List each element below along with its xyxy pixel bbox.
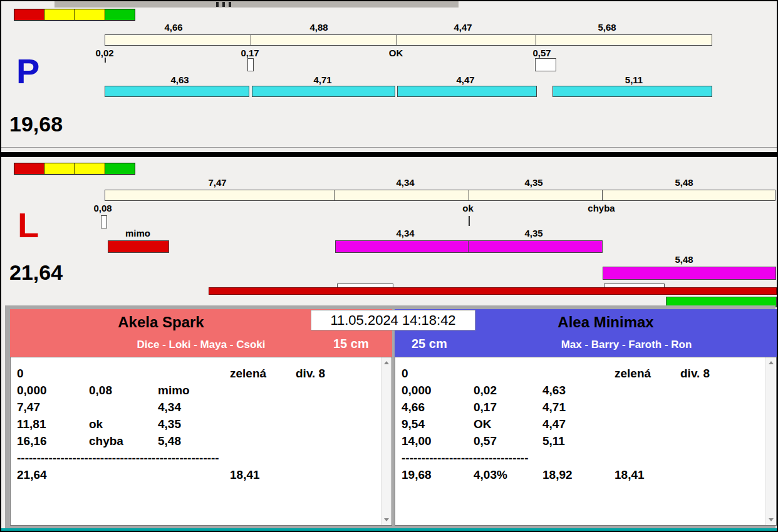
cell: 9,54 <box>402 416 474 432</box>
cell: 0,17 <box>474 399 542 416</box>
cell: 0 <box>402 365 474 382</box>
marker-box <box>247 58 254 71</box>
cell: 4,66 <box>402 399 474 416</box>
app-window: 4,66 4,88 4,47 5,68 0,02 0,17 OK 0,57 4,… <box>0 0 778 532</box>
cell <box>296 416 392 432</box>
status-indicator-l <box>14 163 135 175</box>
table-row: 0,0000,08mimo <box>11 382 392 399</box>
scroll-down-button[interactable] <box>381 514 392 525</box>
cell <box>89 466 158 483</box>
scroll-up-icon <box>769 361 774 364</box>
table-row: 9,54OK4,47 <box>395 416 776 432</box>
segment-value: 7,47 <box>189 177 246 188</box>
cell: 0,000 <box>17 382 89 399</box>
cell: 0,02 <box>474 382 542 399</box>
table-separator: -------------------------------- <box>395 449 776 466</box>
cell <box>230 432 296 449</box>
table-row: 0zelenádiv. 8 <box>11 365 392 382</box>
cell: 4,47 <box>542 416 615 432</box>
cell: 19,68 <box>402 466 474 483</box>
cell <box>296 466 392 483</box>
marker-tick <box>105 58 106 63</box>
table-row: 11,81ok4,35 <box>11 416 392 432</box>
cell: 0 <box>17 365 89 382</box>
cell <box>680 432 776 449</box>
edge-mark <box>216 2 219 7</box>
scroll-up-button[interactable] <box>766 357 776 368</box>
marker-label: chyba <box>573 203 630 213</box>
segment-value: 4,47 <box>435 22 491 33</box>
marker-label: 0,57 <box>514 48 570 58</box>
cell <box>474 365 542 382</box>
cell: 11,81 <box>17 416 89 432</box>
total-time-p: 19,68 <box>9 113 63 135</box>
fault-bar-l <box>108 240 169 253</box>
measured-bar-p <box>397 86 537 97</box>
cell <box>680 399 776 416</box>
bar-divider <box>397 35 397 45</box>
cell <box>680 382 776 399</box>
cell: div. 8 <box>680 365 776 382</box>
table-row: 7,474,34 <box>11 399 392 416</box>
marker-box <box>535 58 556 71</box>
scroll-up-icon <box>384 361 389 364</box>
measured-bar-l <box>468 240 603 253</box>
indicator-yellow-segment <box>75 9 105 21</box>
bottom-status-strip <box>1 528 777 532</box>
marker-label: OK <box>368 48 424 58</box>
indicator-green-segment <box>105 9 135 21</box>
cell: 4,71 <box>542 399 615 416</box>
section-line <box>1 147 777 148</box>
segment-value: 4,66 <box>145 22 202 33</box>
status-indicator-p <box>14 9 135 21</box>
scroll-down-button[interactable] <box>766 514 776 525</box>
marker-label: ok <box>440 203 496 213</box>
progress-strip-red <box>209 287 777 295</box>
split-time-bar-p <box>105 34 712 46</box>
window-edge-strip <box>54 1 459 8</box>
section-divider <box>1 152 777 157</box>
total-time-l: 21,64 <box>9 262 63 283</box>
cell <box>230 416 296 432</box>
cell: 4,34 <box>158 399 230 416</box>
cell: 4,03% <box>474 466 542 483</box>
marker-label: 0,08 <box>75 203 131 213</box>
cell: 0,000 <box>402 382 474 399</box>
cell: 18,41 <box>230 466 296 483</box>
segment-value: 5,48 <box>656 254 712 265</box>
segment-value: 5,48 <box>656 177 712 188</box>
measured-bar-p <box>552 86 712 97</box>
table-row: 16,16chyba5,48 <box>11 432 392 449</box>
datetime-display: 11.05.2024 14:18:42 <box>311 310 475 330</box>
cell <box>89 365 158 382</box>
cell: 5,11 <box>542 432 615 449</box>
edge-mark <box>222 2 225 7</box>
marker-label: 0,02 <box>76 48 133 58</box>
team-title: Akela Spark <box>10 314 312 331</box>
bar-divider <box>536 35 536 45</box>
height-category: 25 cm <box>412 337 447 351</box>
cell: 0,57 <box>474 432 542 449</box>
cell: 14,00 <box>402 432 474 449</box>
indicator-yellow-segment <box>44 9 75 21</box>
indicator-yellow-segment <box>75 163 105 175</box>
scroll-up-button[interactable] <box>381 357 392 368</box>
table-row-total: 19,684,03%18,9218,41 <box>395 466 776 483</box>
team-title: Alea Minimax <box>435 314 777 331</box>
cell: 18,41 <box>615 466 680 483</box>
measured-bar-l <box>603 267 776 280</box>
segment-value: 4,35 <box>506 177 562 188</box>
cell: div. 8 <box>296 365 392 382</box>
cell <box>89 399 158 416</box>
cell <box>615 432 680 449</box>
table-row-total: 21,6418,41 <box>11 466 392 483</box>
cell: OK <box>474 416 542 432</box>
cell: 4,63 <box>542 382 615 399</box>
scrollbar[interactable] <box>765 357 776 525</box>
cell: zelená <box>615 365 680 382</box>
table-row: 0zelenádiv. 8 <box>395 365 776 382</box>
scrollbar[interactable] <box>381 357 392 525</box>
table-row: 4,660,174,71 <box>395 399 776 416</box>
side-letter-p: P <box>16 54 39 89</box>
split-time-bar-l <box>105 190 775 201</box>
